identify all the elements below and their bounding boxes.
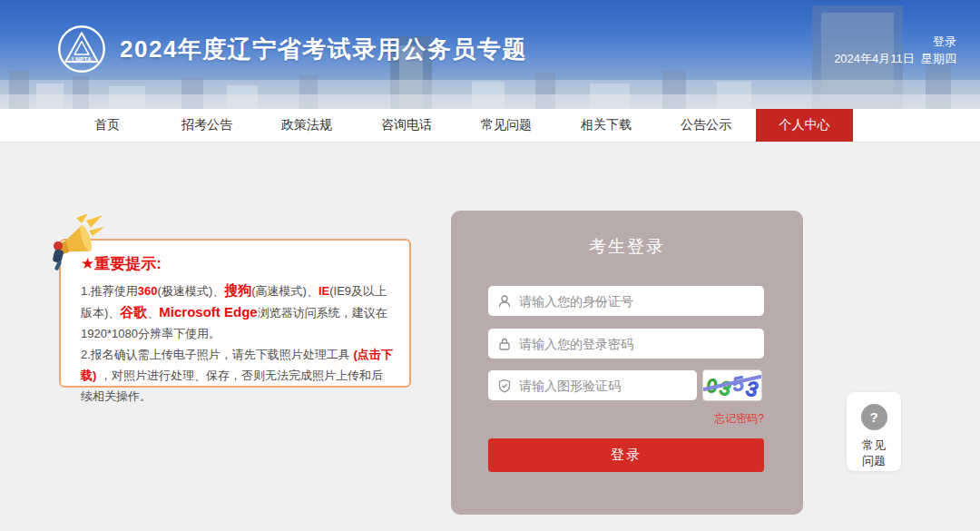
text-segment: ，对照片进行处理、保存，否则无法完成照片上传和后续相关操作。 (81, 369, 383, 403)
text-segment: 2.报名确认需上传电子照片，请先下载照片处理工具 (81, 348, 353, 361)
id-number-input[interactable] (519, 294, 755, 309)
captcha-image[interactable]: 0 3 5 3 (702, 369, 762, 401)
login-panel: 考生登录 0 3 5 (451, 211, 803, 515)
shield-check-icon (497, 379, 512, 393)
logo-text: LNPTA (72, 56, 92, 63)
faq-label-line1: 常见 (862, 438, 886, 453)
nav-item-faq[interactable]: 常见问题 (456, 109, 556, 142)
text-segment: (极速模式)、 (158, 284, 225, 298)
nav-item-policies[interactable]: 政策法规 (257, 109, 357, 142)
main-nav: 首页 招考公告 政策法规 咨询电话 常见问题 相关下载 公告公示 个人中心 (0, 109, 980, 143)
faq-label-line2: 问题 (862, 453, 886, 468)
nav-item-home[interactable]: 首页 (57, 109, 157, 142)
lock-icon (497, 337, 512, 351)
text-segment: 谷歌 (120, 304, 147, 320)
login-submit-button[interactable]: 登录 (488, 438, 764, 472)
text-segment: 、 (147, 306, 159, 320)
text-segment: (高速模式)、 (251, 284, 318, 298)
header-login-link[interactable]: 登录 (834, 33, 956, 50)
person-icon (497, 294, 512, 309)
nav-item-downloads[interactable]: 相关下载 (556, 109, 656, 142)
lnpta-logo: LNPTA (56, 24, 107, 74)
login-panel-title: 考生登录 (451, 211, 803, 259)
faq-float-widget[interactable]: ? 常见 问题 (847, 392, 901, 471)
captcha-field[interactable] (488, 370, 697, 400)
important-notice-box: ★重要提示: 1.推荐使用360(极速模式)、搜狗(高速模式)、IE(IE9及以… (59, 239, 411, 388)
nav-item-recruit-notice[interactable]: 招考公告 (157, 109, 257, 142)
forgot-password-link[interactable]: 忘记密码? (714, 411, 764, 427)
password-field[interactable] (488, 329, 764, 359)
captcha-digit: 3 (719, 377, 732, 398)
id-number-field[interactable] (488, 286, 764, 316)
nav-item-announcements[interactable]: 公告公示 (656, 109, 756, 142)
header-date: 2024年4月11日 星期四 (834, 50, 956, 67)
hero-banner: LNPTA 2024年度辽宁省考试录用公务员专题 登录 2024年4月11日 星… (0, 0, 980, 109)
notice-line-1: 1.推荐使用360(极速模式)、搜狗(高速模式)、IE(IE9及以上版本)、谷歌… (81, 280, 393, 344)
megaphone-icon (46, 213, 104, 271)
text-segment: 360 (138, 284, 158, 298)
nav-item-phone[interactable]: 咨询电话 (357, 109, 456, 142)
password-input[interactable] (519, 337, 755, 351)
notice-title: ★重要提示: (81, 253, 393, 274)
text-segment: 搜狗 (224, 282, 251, 298)
captcha-input[interactable] (519, 379, 688, 393)
page: LNPTA 2024年度辽宁省考试录用公务员专题 登录 2024年4月11日 星… (0, 0, 980, 531)
text-segment: IE (318, 284, 329, 298)
text-segment: Microsoft Edge (159, 304, 257, 320)
site-title: 2024年度辽宁省考试录用公务员专题 (120, 34, 527, 65)
notice-line-2: 2.报名确认需上传电子照片，请先下载照片处理工具 (点击下载) ，对照片进行处理… (81, 344, 393, 407)
text-segment: 1.推荐使用 (81, 284, 138, 298)
question-icon: ? (861, 404, 887, 430)
nav-item-personal-center[interactable]: 个人中心 (756, 109, 853, 142)
